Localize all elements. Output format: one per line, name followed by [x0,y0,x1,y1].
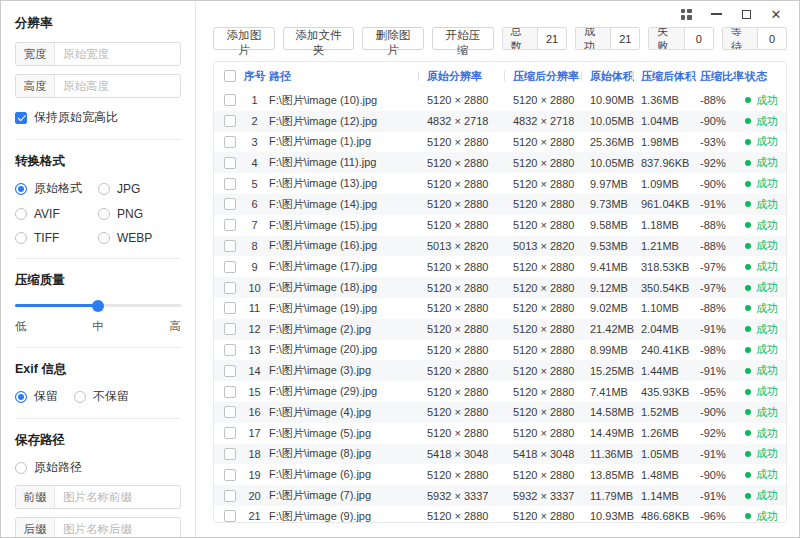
row-checkbox[interactable] [224,323,236,335]
radio-icon[interactable] [98,208,110,220]
table-row[interactable]: 13F:\图片\image (20).jpg5120 × 28805120 × … [214,340,786,361]
table-row[interactable]: 14F:\图片\image (3).jpg5120 × 28805120 × 2… [214,360,786,381]
row-checkbox[interactable] [224,240,236,252]
row-checkbox[interactable] [224,344,236,356]
radio-icon[interactable] [74,391,86,403]
row-checkbox[interactable] [224,490,236,502]
radio-icon[interactable] [15,208,27,220]
table-row[interactable]: 18F:\图片\image (8).jpg5418 × 30485418 × 3… [214,444,786,465]
layout-grid-icon[interactable] [671,3,701,25]
table-row[interactable]: 8F:\图片\image (16).jpg5013 × 28205013 × 2… [214,236,786,257]
suffix-input[interactable] [55,523,180,535]
exif-radio-保留[interactable]: 保留 [15,388,58,405]
cell-original-resolution: 5120 × 2880 [427,323,513,335]
radio-icon[interactable] [98,232,110,244]
row-checkbox[interactable] [224,94,236,106]
row-checkbox[interactable] [224,469,236,481]
format-radio-TIFF[interactable]: TIFF [15,231,98,245]
toolbar-button-开始压缩[interactable]: 开始压缩 [432,27,494,50]
table-row[interactable]: 4F:\图片\image (11).jpg5120 × 28805120 × 2… [214,152,786,173]
column-header-原始分辨率: 原始分辨率 [427,69,513,84]
keep-aspect-ratio-checkbox[interactable] [15,112,27,124]
table-row[interactable]: 5F:\图片\image (13).jpg5120 × 28805120 × 2… [214,173,786,194]
cell-index: 12 [240,323,269,335]
row-checkbox[interactable] [224,510,236,522]
table-row[interactable]: 12F:\图片\image (2).jpg5120 × 28805120 × 2… [214,319,786,340]
row-checkbox[interactable] [224,115,236,127]
row-checkbox[interactable] [224,157,236,169]
toolbar-button-添加图片[interactable]: 添加图片 [213,27,275,50]
table-row[interactable]: 17F:\图片\image (5).jpg5120 × 28805120 × 2… [214,423,786,444]
cell-original-resolution: 5120 × 2880 [427,510,513,522]
close-button[interactable]: ✕ [761,3,791,25]
keep-aspect-ratio-checkbox-row[interactable]: 保持原始宽高比 [15,109,181,126]
row-checkbox[interactable] [224,219,236,231]
radio-icon[interactable] [98,183,110,195]
table-row[interactable]: 20F:\图片\image (7).jpg5932 × 33375932 × 3… [214,485,786,506]
minimize-button[interactable] [701,3,731,25]
table-row[interactable]: 1F:\图片\image (10).jpg5120 × 28805120 × 2… [214,90,786,111]
cell-status: 成功 [745,280,786,295]
table-row[interactable]: 21F:\图片\image (9).jpg5120 × 28805120 × 2… [214,506,786,523]
row-checkbox[interactable] [224,282,236,294]
toolbar-button-删除图片[interactable]: 删除图片 [362,27,424,50]
radio-icon[interactable] [15,183,27,195]
cell-index: 5 [240,178,269,190]
cell-compressed-resolution: 5120 × 2880 [513,469,590,481]
cell-status: 成功 [745,342,786,357]
row-checkbox-cell [214,261,240,273]
cell-compressed-size: 1.48MB [641,469,700,481]
row-checkbox[interactable] [224,406,236,418]
format-radio-WEBP[interactable]: WEBP [98,231,181,245]
action-bar: 添加图片添加文件夹删除图片开始压缩 总数21成功21失败0等待0 [213,27,787,50]
table-row[interactable]: 10F:\图片\image (18).jpg5120 × 28805120 × … [214,277,786,298]
row-checkbox-cell [214,490,240,502]
radio-icon[interactable] [15,391,27,403]
format-radio-原始格式[interactable]: 原始格式 [15,180,98,197]
cell-path: F:\图片\image (13).jpg [269,176,427,191]
maximize-button[interactable] [731,3,761,25]
format-radio-JPG[interactable]: JPG [98,180,181,197]
table-row[interactable]: 3F:\图片\image (1).jpg5120 × 28805120 × 28… [214,132,786,153]
row-checkbox[interactable] [224,365,236,377]
toolbar-button-添加文件夹[interactable]: 添加文件夹 [283,27,354,50]
cell-compressed-size: 1.10MB [641,302,700,314]
height-input[interactable] [55,80,180,92]
row-checkbox[interactable] [224,178,236,190]
resolution-section-title: 分辨率 [15,15,181,32]
format-radio-PNG[interactable]: PNG [98,207,181,221]
quality-slider[interactable] [15,299,181,312]
cell-path: F:\图片\image (7).jpg [269,488,427,503]
row-checkbox[interactable] [224,386,236,398]
table-row[interactable]: 11F:\图片\image (19).jpg5120 × 28805120 × … [214,298,786,319]
cell-status: 成功 [745,488,786,503]
row-checkbox[interactable] [224,198,236,210]
row-checkbox[interactable] [224,302,236,314]
radio-icon[interactable] [15,232,27,244]
width-input[interactable] [55,48,180,60]
prefix-input[interactable] [55,491,180,503]
slider-thumb[interactable] [92,300,104,312]
row-checkbox[interactable] [224,261,236,273]
success-dot-icon [745,347,751,353]
format-radio-AVIF[interactable]: AVIF [15,207,98,221]
table-row[interactable]: 16F:\图片\image (4).jpg5120 × 28805120 × 2… [214,402,786,423]
cell-path: F:\图片\image (8).jpg [269,446,427,461]
exif-radio-不保留[interactable]: 不保留 [74,388,129,405]
table-row[interactable]: 19F:\图片\image (6).jpg5120 × 28805120 × 2… [214,464,786,485]
row-checkbox[interactable] [224,136,236,148]
original-path-radio-row[interactable]: 原始路径 [15,459,181,476]
cell-index: 15 [240,386,269,398]
table-row[interactable]: 15F:\图片\image (29).jpg5120 × 28805120 × … [214,381,786,402]
save-path-section-title: 保存路径 [15,432,181,449]
table-row[interactable]: 7F:\图片\image (15).jpg5120 × 28805120 × 2… [214,215,786,236]
cell-compressed-size: 1.04MB [641,115,700,127]
row-checkbox[interactable] [224,448,236,460]
row-checkbox[interactable] [224,427,236,439]
table-row[interactable]: 6F:\图片\image (14).jpg5120 × 28805120 × 2… [214,194,786,215]
table-row[interactable]: 2F:\图片\image (12).jpg4832 × 27184832 × 2… [214,111,786,132]
table-row[interactable]: 9F:\图片\image (17).jpg5120 × 28805120 × 2… [214,256,786,277]
select-all-checkbox[interactable] [224,70,236,82]
original-path-radio[interactable] [15,462,27,474]
format-radio-label: 原始格式 [34,180,82,197]
